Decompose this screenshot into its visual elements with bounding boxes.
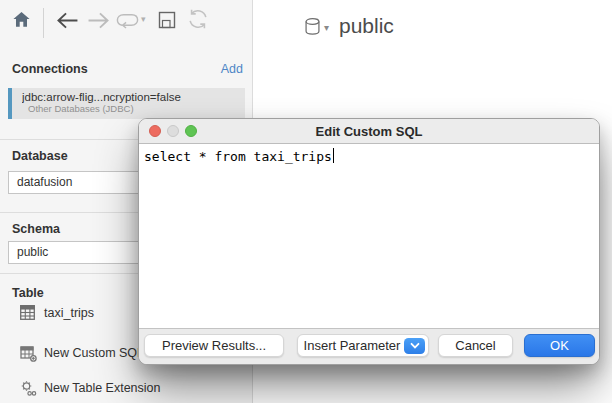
- redo-dropdown-caret-icon[interactable]: ▾: [141, 14, 146, 24]
- forward-arrow-icon: [87, 11, 111, 34]
- preview-results-button[interactable]: Preview Results...: [144, 334, 284, 357]
- connections-title: Connections: [12, 62, 88, 76]
- back-arrow-icon: [55, 11, 79, 34]
- text-cursor: [333, 148, 335, 163]
- toolbar-divider: [43, 8, 44, 38]
- table-item-label: New Custom SQL: [44, 346, 144, 360]
- insert-parameter-button[interactable]: Insert Parameter: [297, 334, 429, 357]
- insert-parameter-dropdown-button[interactable]: [404, 338, 425, 354]
- back-button[interactable]: [54, 11, 80, 33]
- table-extension-icon: [20, 380, 37, 401]
- connection-item[interactable]: jdbc:arrow-flig...ncryption=false Other …: [8, 88, 245, 119]
- insert-parameter-label: Insert Parameter: [304, 338, 401, 353]
- save-icon: [157, 10, 177, 34]
- schema-select-value: public: [17, 245, 48, 259]
- table-item-label: taxi_trips: [44, 306, 94, 320]
- dialog-footer: Preview Results... Insert Parameter Canc…: [139, 328, 599, 364]
- table-item-label: New Table Extension: [44, 381, 161, 395]
- edit-custom-sql-dialog: Edit Custom SQL select * from taxi_trips…: [138, 118, 600, 365]
- refresh-icon: [187, 8, 209, 34]
- forward-button[interactable]: [86, 11, 112, 33]
- sql-text: select * from taxi_trips: [144, 149, 332, 164]
- schema-label: Schema: [12, 222, 60, 236]
- database-icon[interactable]: [304, 17, 321, 42]
- dialog-titlebar: Edit Custom SQL: [139, 119, 599, 144]
- database-label: Database: [12, 149, 68, 163]
- redo-icon: [115, 11, 140, 33]
- connection-name: jdbc:arrow-flig...ncryption=false: [22, 91, 245, 103]
- redo-button[interactable]: [114, 12, 140, 32]
- database-select-value: datafusion: [17, 175, 72, 189]
- connection-type: Other Databases (JDBC): [28, 103, 245, 114]
- add-connection-link[interactable]: Add: [221, 62, 243, 76]
- tableau-data-source-window: ▾ Connections Add jdbc:arrow-flig...ncry…: [0, 0, 612, 403]
- home-icon: [12, 10, 31, 33]
- new-table-extension-item[interactable]: New Table Extension: [0, 378, 253, 400]
- page-title: public: [339, 14, 394, 38]
- table-label: Table: [12, 286, 44, 300]
- ok-button[interactable]: OK: [524, 334, 595, 357]
- chevron-down-icon: [409, 342, 421, 350]
- home-button[interactable]: [10, 10, 32, 32]
- datasource-caret-icon[interactable]: ▾: [324, 22, 329, 33]
- sql-editor[interactable]: select * from taxi_trips: [139, 145, 599, 328]
- refresh-button[interactable]: [186, 9, 210, 33]
- save-button[interactable]: [155, 10, 179, 34]
- custom-sql-icon: [20, 345, 37, 366]
- table-grid-icon: [20, 305, 35, 324]
- cancel-button[interactable]: Cancel: [438, 334, 513, 357]
- dialog-title: Edit Custom SQL: [139, 119, 599, 144]
